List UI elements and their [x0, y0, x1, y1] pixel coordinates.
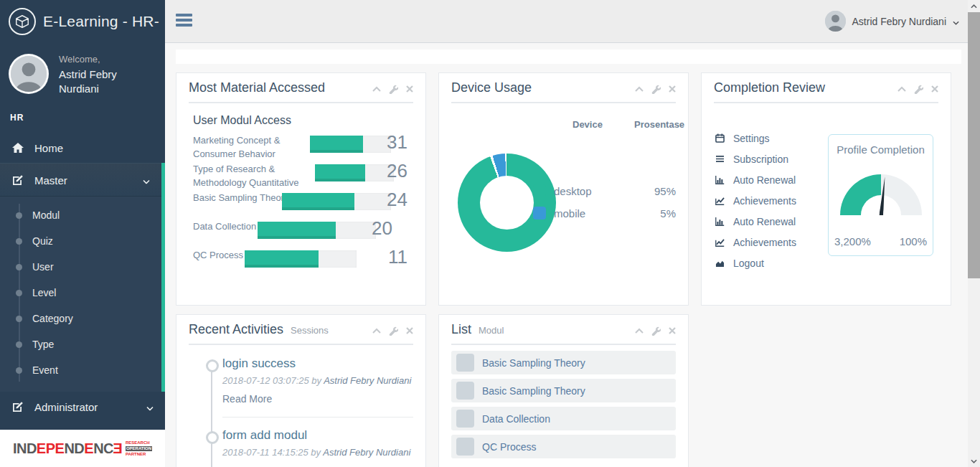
completion-link[interactable]: Logout: [714, 253, 796, 273]
bar-fill: [258, 222, 336, 239]
completion-link[interactable]: Subscription: [714, 148, 796, 169]
chevron-down-icon: [143, 174, 150, 187]
line-chart-icon: [714, 197, 725, 205]
modul-list-item[interactable]: Data Collection: [451, 407, 676, 430]
completion-link[interactable]: Auto Renewal: [714, 169, 796, 190]
bar-fill: [245, 250, 319, 268]
sidebar-active-group: Master Modul Quiz User Level: [0, 163, 165, 392]
completion-link[interactable]: Settings: [714, 128, 796, 148]
sidebar-item-home[interactable]: Home: [0, 133, 165, 163]
collapse-icon[interactable]: [372, 328, 381, 334]
chevron-down-icon: [146, 401, 154, 413]
bar-value: 20: [372, 217, 392, 240]
app-title: E-Learning - HR-: [43, 13, 159, 30]
close-icon[interactable]: [406, 85, 413, 93]
bar-fill: [282, 193, 354, 210]
wrench-icon[interactable]: [914, 85, 923, 94]
bar-track: [310, 136, 391, 153]
profile-completion-gauge: [840, 174, 922, 215]
legend-column-prosentase: Prosentase: [634, 119, 684, 130]
sidebar-footer: INDEPENDENCE RESEARCHOPERATIONPARTNER: [0, 430, 165, 467]
gauge-min-label: 3,200%: [834, 235, 871, 247]
collapse-icon[interactable]: [897, 86, 906, 92]
bar-chart-row: Marketing Concept & Consumer Behavior31: [189, 133, 413, 162]
edit-icon: [11, 174, 24, 186]
sidebar: E-Learning - HR- Welcome, Astrid Febry N…: [0, 0, 165, 467]
legend-row: mobile5%: [533, 206, 676, 220]
sidebar-item-master[interactable]: Master: [0, 163, 161, 197]
panel-subtitle: Sessions: [291, 325, 329, 336]
submenu-item[interactable]: Type: [0, 331, 161, 357]
topbar-user-menu[interactable]: Astrid Febry Nurdiani: [825, 11, 960, 32]
submenu-item[interactable]: User: [0, 254, 161, 280]
legend-value: 95%: [654, 185, 676, 197]
bar-chart-row: Data Collection20: [189, 220, 413, 248]
modul-thumbnail: [456, 410, 474, 428]
sidebar-item-administrator[interactable]: Administrator: [0, 392, 165, 422]
collapse-icon[interactable]: [635, 86, 644, 92]
modul-thumbnail: [456, 382, 474, 400]
bar-track: [315, 164, 394, 181]
bar-fill: [310, 136, 363, 153]
panel-device-usage: Device Usage Device Prosentase desktop95…: [438, 72, 689, 306]
completion-link[interactable]: Achievements: [714, 232, 796, 253]
scrollbar-thumb[interactable]: [968, 12, 980, 278]
legend-value: 5%: [660, 207, 676, 220]
collapse-icon[interactable]: [635, 328, 644, 334]
bar-chart-icon: [714, 217, 725, 226]
bar-value: 24: [387, 189, 407, 211]
activity-timeline: login success 2018-07-12 03:07:25 by Ast…: [189, 357, 413, 458]
bar-track: [245, 250, 357, 268]
modul-list-item[interactable]: QC Process: [451, 435, 676, 458]
list-icon: [714, 155, 725, 163]
submenu-item[interactable]: Event: [0, 357, 161, 383]
app-brand[interactable]: E-Learning - HR-: [0, 0, 165, 43]
donut-hole: [480, 176, 534, 230]
independence-logo-text: INDEPENDENCE: [13, 440, 123, 457]
bar-chart-row: Basic Sampling Theory24: [189, 191, 413, 220]
sidebar-item-label: Master: [34, 174, 67, 187]
panel-title: Recent Activities: [189, 322, 283, 337]
donut-legend: desktop95%mobile5%: [533, 184, 676, 228]
scroll-down-button[interactable]: [968, 455, 980, 467]
submenu-item[interactable]: Category: [0, 306, 161, 331]
topbar-avatar: [825, 11, 846, 32]
panel-most-material-accessed: Most Material Accessed User Modul Access…: [176, 72, 426, 306]
bar-value: 11: [388, 246, 407, 268]
page-header-strip: [176, 49, 961, 64]
master-submenu: Modul Quiz User Level Category Type Even…: [0, 197, 161, 392]
close-icon[interactable]: [406, 327, 413, 334]
user-avatar: [9, 54, 49, 94]
sidebar-item-label: Home: [34, 142, 63, 154]
menu-toggle-icon[interactable]: [176, 14, 192, 29]
wrench-icon[interactable]: [651, 326, 661, 336]
read-more-link[interactable]: Read More: [222, 393, 272, 405]
wrench-icon[interactable]: [651, 85, 661, 94]
sidebar-nav: Home Master Modul Quiz: [0, 133, 165, 422]
close-icon[interactable]: [669, 327, 676, 334]
bar-chart-icon: [714, 176, 725, 184]
completion-link[interactable]: Auto Renewal: [714, 211, 796, 232]
wrench-icon[interactable]: [389, 326, 398, 336]
bar-chart-row: QC Process11: [189, 248, 413, 277]
close-icon[interactable]: [669, 85, 676, 93]
modul-list-item[interactable]: Basic Sampling Theory: [451, 379, 676, 402]
legend-swatch: [533, 184, 546, 197]
collapse-icon[interactable]: [372, 86, 381, 92]
close-icon[interactable]: [931, 85, 938, 93]
wrench-icon[interactable]: [389, 85, 398, 94]
bar-track: [282, 193, 391, 210]
scroll-up-button[interactable]: [968, 0, 980, 12]
modul-thumbnail: [456, 354, 474, 372]
submenu-item[interactable]: Modul: [0, 202, 161, 228]
submenu-item[interactable]: Quiz: [0, 228, 161, 254]
legend-column-device: Device: [573, 119, 603, 130]
legend-swatch: [533, 207, 546, 220]
submenu-item[interactable]: Level: [0, 280, 161, 306]
completion-link[interactable]: Achievements: [714, 190, 796, 211]
edit-icon: [11, 401, 24, 412]
modul-list-item[interactable]: Basic Sampling Theory: [451, 351, 676, 374]
chart-title: User Modul Access: [193, 114, 413, 127]
sidebar-section-label: HR: [10, 113, 165, 123]
gauge-max-label: 100%: [900, 235, 927, 247]
